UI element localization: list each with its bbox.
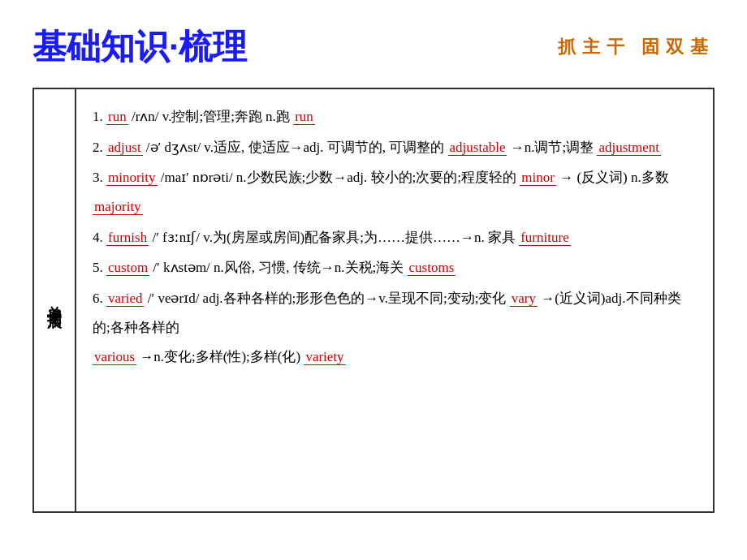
- entry-3-fill3: majority: [93, 199, 143, 215]
- entry-2-fill2: adjustable: [448, 140, 507, 156]
- entry-2-def2: →n.调节;调整: [511, 140, 594, 155]
- entry-5-num: 5.: [93, 260, 103, 275]
- content-area: 1. run /rʌn/ v.控制;管理;奔跑 n.跑 run 2. adjus…: [76, 89, 713, 511]
- entry-4-fill2: furniture: [519, 230, 570, 246]
- entry-3-fill2: minor: [520, 170, 556, 186]
- entry-4-num: 4.: [93, 230, 106, 245]
- entry-6-fill3: various: [93, 349, 136, 365]
- sidebar-label: 单词拓展: [34, 89, 76, 511]
- entry-4: 4. furnish /′ fɜːnɪʃ/ v.为(房屋或房间)配备家具;为………: [93, 223, 697, 252]
- entry-3-phonetic: /maɪ′ nɒrəti/ n.少数民族;少数→adj. 较小的;次要的;程度轻…: [161, 170, 520, 185]
- entry-5: 5. custom /′ kʌstəm/ n.风俗, 习惯, 传统→n.关税;海…: [93, 253, 697, 282]
- entry-6-fill1: varied: [106, 291, 144, 307]
- entry-2: 2. adjust /ə′ dʒʌst/ v.适应, 使适应→adj. 可调节的…: [93, 133, 697, 162]
- entry-2-fill1: adjust: [106, 140, 143, 156]
- entry-5-phonetic: /′ kʌstəm/ n.风俗, 习惯, 传统→n.关税;海关: [153, 260, 404, 275]
- entry-2-fill3: adjustment: [597, 140, 661, 156]
- entry-5-fill2: customs: [408, 260, 456, 276]
- header: 基础知识·梳理 抓主干 固双基: [32, 24, 715, 70]
- entry-5-fill1: custom: [106, 260, 149, 276]
- entry-3-fill1: minority: [106, 170, 158, 186]
- entry-6-fill2: vary: [510, 291, 538, 307]
- entry-6-phonetic: /′ veərɪd/ adj.各种各样的;形形色色的→v.呈现不同;变动;变化: [148, 291, 510, 306]
- entry-4-phonetic: /′ fɜːnɪʃ/ v.为(房屋或房间)配备家具;为……提供……→n. 家具: [152, 230, 516, 245]
- page: 基础知识·梳理 抓主干 固双基 单词拓展 1. run /rʌn/ v.控制;管…: [0, 0, 747, 560]
- entry-1: 1. run /rʌn/ v.控制;管理;奔跑 n.跑 run: [93, 102, 697, 131]
- entry-3-def2: → (反义词) n.多数: [559, 170, 669, 185]
- entry-3-num: 3.: [93, 170, 106, 185]
- entry-1-phonetic: /rʌn/ v.控制;管理;奔跑 n.跑: [132, 109, 290, 124]
- entry-4-fill1: furnish: [106, 230, 149, 246]
- entry-6: 6. varied /′ veərɪd/ adj.各种各样的;形形色色的→v.呈…: [93, 284, 697, 371]
- entry-1-fill2: run: [293, 109, 315, 125]
- page-subtitle: 抓主干 固双基: [558, 35, 715, 59]
- entry-6-num: 6.: [93, 291, 106, 306]
- entry-3: 3. minority /maɪ′ nɒrəti/ n.少数民族;少数→adj.…: [93, 163, 697, 221]
- entry-1-fill1: run: [106, 109, 128, 125]
- entry-2-phonetic: /ə′ dʒʌst/ v.适应, 使适应→adj. 可调节的, 可调整的: [146, 140, 448, 155]
- entry-1-num: 1.: [93, 109, 106, 124]
- entry-6-def3: →n.变化;多样(性);多样(化): [140, 349, 304, 364]
- entry-2-num: 2.: [93, 140, 106, 155]
- entry-6-fill4: variety: [304, 349, 345, 365]
- main-box: 单词拓展 1. run /rʌn/ v.控制;管理;奔跑 n.跑 run 2. …: [32, 88, 715, 513]
- page-title: 基础知识·梳理: [32, 24, 247, 70]
